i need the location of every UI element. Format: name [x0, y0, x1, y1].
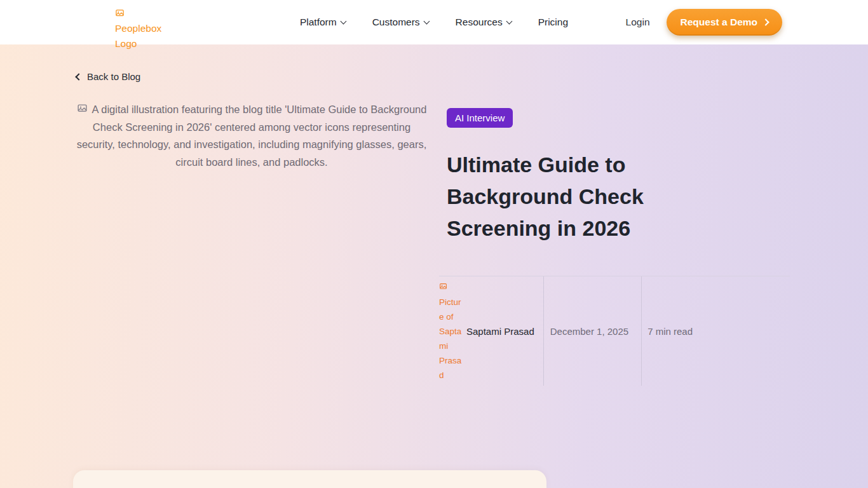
broken-image-icon	[77, 104, 88, 114]
author-avatar-alt-text: Picture of Saptami Prasad	[439, 297, 461, 380]
chevron-down-icon	[423, 18, 430, 24]
nav-item-label: Customers	[372, 17, 420, 28]
request-demo-button[interactable]: Request a Demo	[667, 9, 782, 36]
hero-broken-image: A digital illustration featuring the blo…	[73, 101, 430, 171]
broken-image-icon	[115, 9, 125, 18]
request-demo-label: Request a Demo	[681, 17, 757, 28]
author-section: Picture of Saptami Prasad Saptami Prasad	[439, 276, 544, 386]
main-nav: Platform Customers Resources Pricing	[300, 0, 568, 44]
chevron-down-icon	[340, 18, 346, 24]
nav-item-platform[interactable]: Platform	[300, 17, 346, 28]
nav-item-label: Resources	[456, 17, 503, 28]
login-link[interactable]: Login	[626, 17, 650, 28]
article-meta-row: Picture of Saptami Prasad Saptami Prasad…	[439, 276, 790, 386]
back-to-blog-link[interactable]: Back to Blog	[76, 71, 140, 82]
page-title: Ultimate Guide to Background Check Scree…	[447, 149, 707, 244]
chevron-down-icon	[506, 18, 512, 24]
nav-item-resources[interactable]: Resources	[456, 17, 512, 28]
nav-item-label: Pricing	[538, 17, 568, 28]
chevron-left-icon	[75, 73, 82, 80]
publish-date: December 1, 2025	[544, 276, 642, 386]
back-to-blog-label: Back to Blog	[87, 71, 140, 82]
logo-broken-image[interactable]: Peoplebox Logo	[115, 6, 181, 51]
category-badge[interactable]: AI Interview	[447, 108, 513, 128]
author-name: Saptami Prasad	[466, 326, 534, 337]
read-time: 7 min read	[642, 276, 693, 386]
nav-item-label: Platform	[300, 17, 337, 28]
broken-image-icon	[439, 283, 447, 291]
header-right-group: Login Request a Demo	[626, 0, 782, 44]
top-navigation-bar: Peoplebox Logo Platform Customers Resour…	[0, 0, 868, 44]
logo-alt-text: Peoplebox Logo	[115, 21, 181, 51]
hero-image-alt-text: A digital illustration featuring the blo…	[77, 104, 427, 168]
nav-item-customers[interactable]: Customers	[372, 17, 429, 28]
content-card	[73, 470, 546, 488]
nav-item-pricing[interactable]: Pricing	[538, 17, 568, 28]
author-avatar-broken-image: Picture of Saptami Prasad	[439, 280, 462, 383]
chevron-right-icon	[762, 18, 769, 25]
